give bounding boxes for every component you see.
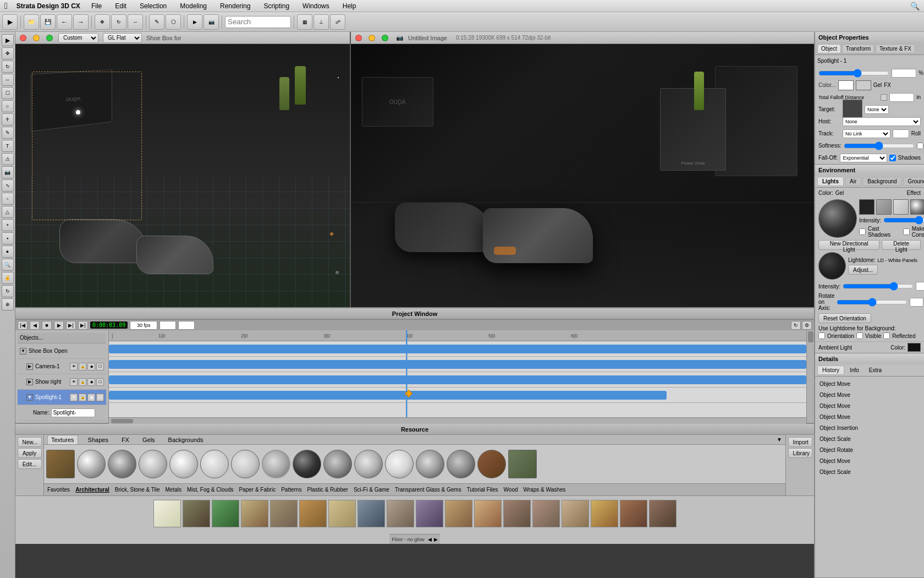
frame-start-input[interactable]: 100	[160, 321, 176, 330]
timeline-scroll-thumb[interactable]	[111, 419, 133, 423]
zoom-tool[interactable]: 🔍	[2, 259, 14, 271]
menu-modeling[interactable]: Modeling	[178, 2, 209, 10]
lightdome-intensity-input[interactable]: 150.0	[916, 282, 924, 291]
open-tool[interactable]: 📁	[24, 14, 39, 30]
play-btn[interactable]: ▶	[54, 321, 64, 330]
det-item-4[interactable]: Object Insertion	[818, 423, 921, 433]
pan-tool[interactable]: ✌	[2, 272, 14, 284]
res-item-3[interactable]	[139, 450, 167, 478]
det-tab-history[interactable]: History	[817, 366, 844, 375]
resource-library-btn[interactable]: Library	[788, 448, 812, 458]
tl-lock-icon-spotlight[interactable]: 🔒	[79, 394, 86, 401]
apple-menu[interactable]: 	[4, 1, 8, 11]
sub-tex-3[interactable]	[241, 500, 268, 527]
track-bar-camera[interactable]	[109, 360, 806, 369]
extra-tool[interactable]: ⊕	[2, 298, 14, 310]
save-tool[interactable]: 💾	[40, 14, 56, 30]
menu-edit[interactable]: Edit	[113, 2, 129, 10]
sub-tex-17[interactable]	[649, 500, 676, 527]
det-item-0[interactable]: Object Move	[818, 379, 921, 389]
res-tab-gels[interactable]: Gels	[139, 435, 158, 444]
res-item-11[interactable]	[385, 450, 414, 478]
res-item-10[interactable]	[354, 450, 383, 478]
timeline-scrollbar[interactable]	[109, 417, 806, 424]
det-tab-extra[interactable]: Extra	[865, 366, 886, 374]
tl-lock-icon-showright[interactable]: 🔒	[79, 378, 86, 386]
tl-keyframe-icon-camera[interactable]: ◆	[87, 363, 95, 370]
sub-tex-6[interactable]	[328, 500, 356, 527]
det-item-5[interactable]: Object Scale	[818, 434, 921, 444]
resource-new-btn[interactable]: New...	[18, 437, 42, 447]
viewport-right-canvas[interactable]: AQUO Power Shoe	[351, 44, 814, 307]
env-visible-check[interactable]	[856, 332, 863, 339]
tl-expand-spotlight[interactable]: ▼	[26, 394, 33, 401]
menu-scripting[interactable]: Scripting	[261, 2, 292, 10]
vp-right-close[interactable]	[355, 35, 362, 41]
res-item-12[interactable]	[416, 450, 444, 478]
sub-tex-11[interactable]	[474, 500, 502, 527]
menu-rendering[interactable]: Rendering	[218, 2, 252, 10]
res-item-2[interactable]	[108, 450, 136, 478]
menu-file[interactable]: File	[89, 2, 104, 10]
vp-left-min[interactable]	[33, 35, 40, 41]
objects-button[interactable]: Objects...	[18, 332, 106, 343]
cat-plastic[interactable]: Plastic & Rubber	[307, 487, 348, 493]
res-item-4[interactable]	[169, 450, 198, 478]
scroll-right-btn[interactable]: ▶	[434, 537, 438, 542]
env-new-dir-light-btn[interactable]: New Directional Light	[818, 240, 879, 250]
fps-input[interactable]: 30 fps	[130, 321, 157, 330]
cat-tutorial[interactable]: Tutorial Files	[467, 487, 498, 493]
res-item-0[interactable]	[46, 450, 75, 478]
tl-extra-icon-spotlight[interactable]: ☐	[96, 394, 104, 401]
tl-expand-shoebox[interactable]: ▼	[20, 348, 26, 355]
text-tool[interactable]: T	[2, 140, 14, 152]
sub-tex-2[interactable]	[212, 500, 239, 527]
op-pct-input[interactable]: 56.0	[892, 69, 916, 78]
tl-keyframe-icon-showright[interactable]: ◆	[87, 378, 95, 386]
env-orientation-check[interactable]	[818, 332, 825, 339]
frame-end-input[interactable]: 181	[178, 321, 195, 330]
tl-expand-camera[interactable]: ▶	[26, 363, 33, 370]
settings-btn[interactable]: ⚙	[802, 321, 812, 330]
viewport-left-canvas[interactable]: AQUO	[15, 44, 350, 307]
op-target-dropdown[interactable]: None	[865, 105, 889, 114]
particle-tool[interactable]: ▪	[2, 232, 14, 244]
resource-close-icon[interactable]: ▼	[777, 437, 782, 443]
res-item-15[interactable]	[508, 450, 537, 478]
tl-extra-icon-camera[interactable]: ☐	[96, 363, 104, 370]
res-item-13[interactable]	[447, 450, 475, 478]
play-end-btn[interactable]: ▶|	[78, 321, 88, 330]
tl-item-showright[interactable]: ▶ Show right 👁 🔒 ◆ ☐	[18, 374, 106, 390]
vp-right-max[interactable]	[382, 35, 388, 41]
op-falloff-type-dropdown[interactable]: Exponential	[840, 154, 887, 162]
op-shadows-check[interactable]	[889, 155, 896, 161]
op-host-dropdown[interactable]: None	[843, 117, 921, 126]
sub-tex-7[interactable]	[358, 500, 385, 527]
rotate3d-tool[interactable]: ↻	[2, 61, 14, 73]
op-color-swatch2[interactable]	[856, 80, 871, 90]
scale3d-tool[interactable]: ↔	[2, 74, 14, 86]
tl-item-shoebox[interactable]: ▼ Shoe Box Open	[18, 343, 106, 359]
sub-tex-5[interactable]	[299, 500, 327, 527]
nurbs-tool[interactable]: ▫	[2, 193, 14, 205]
sub-tex-16[interactable]	[620, 500, 647, 527]
vp-left-max[interactable]	[46, 35, 53, 41]
tl-eye-icon-spotlight[interactable]: 👁	[70, 394, 78, 401]
env-cast-shadows-check[interactable]	[859, 228, 866, 235]
res-item-8[interactable]	[293, 450, 321, 478]
camera3d-tool[interactable]: 📷	[2, 166, 14, 178]
sub-tex-12[interactable]	[503, 500, 531, 527]
timeline-vscroll-thumb[interactable]	[808, 331, 813, 342]
tl-item-spotlight[interactable]: ▼ Spotlight-1 👁 🔒 ◆ ☐	[18, 390, 106, 405]
stop-btn[interactable]: ■	[42, 321, 52, 330]
op-track-dropdown[interactable]: No Link	[843, 129, 890, 138]
env-swatch-0[interactable]	[859, 199, 875, 215]
op-tab-transform[interactable]: Transform	[842, 44, 875, 53]
op-track-num[interactable]: 0.1	[893, 129, 909, 138]
env-tab-lights[interactable]: Lights	[817, 177, 844, 186]
track-bar-showright[interactable]	[109, 375, 806, 384]
env-adjust-btn[interactable]: Adjust...	[848, 265, 878, 275]
cat-patterns[interactable]: Patterns	[281, 487, 301, 493]
op-color-label[interactable]: Color...	[818, 82, 836, 88]
tl-eye-icon-showright[interactable]: 👁	[70, 378, 78, 386]
